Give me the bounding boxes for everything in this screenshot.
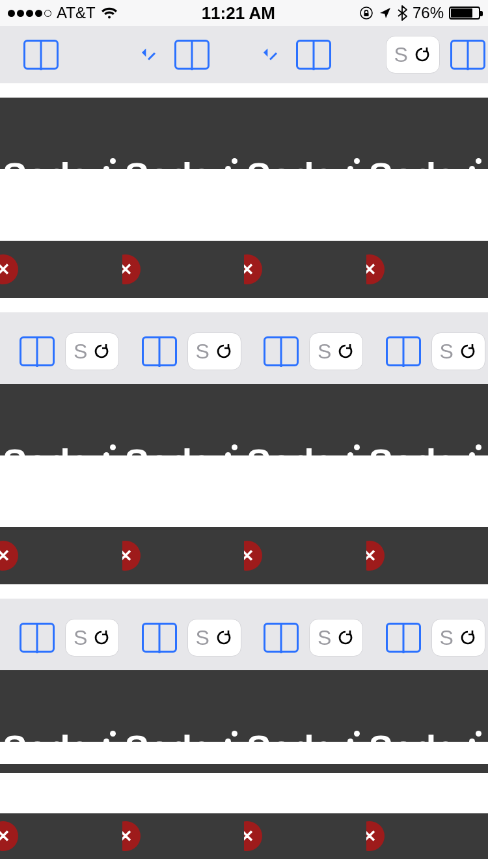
bookmarks-icon[interactable] [142,623,177,653]
close-badge-icon[interactable]: ✕ [0,541,18,571]
tab-thumbnail[interactable]: S [0,599,122,677]
bookmarks-icon[interactable] [20,623,55,653]
svg-rect-1 [364,13,368,16]
close-badge-icon[interactable]: ✕ [122,541,141,571]
tab-thumbnail[interactable]: S [244,312,366,390]
battery-percent: 76% [413,4,444,22]
close-badge-icon[interactable]: ✕ [122,254,141,284]
bookmarks-icon[interactable] [264,623,299,653]
reload-icon[interactable] [459,629,477,647]
signal-strength-icon [8,10,51,17]
reload-icon[interactable] [92,342,111,360]
close-badge-icon[interactable]: ✕ [366,541,385,571]
reload-icon[interactable] [336,342,355,360]
content-strip: ✕ [122,813,245,859]
content-strip: ✕ [366,813,489,859]
address-bar[interactable]: S [65,332,119,370]
content-strip: ✕ [366,527,489,584]
search-hint: S [440,626,454,650]
orientation-lock-icon [359,6,373,20]
address-bar[interactable]: S [431,619,485,657]
bookmarks-icon[interactable] [386,623,421,653]
bookmarks-icon[interactable] [386,336,421,366]
tab-thumbnail[interactable]: S [366,599,489,677]
tab-overview-grid: S S Soda Soda Soda Soda ✕ ✕ ✕ [0,26,488,868]
content-strip: ✕ [122,527,245,584]
location-icon [379,7,392,20]
content-gap [244,742,366,764]
bookmarks-icon[interactable] [450,40,485,70]
reload-icon[interactable] [336,629,355,647]
address-bar[interactable]: S [309,619,363,657]
bookmarks-icon[interactable] [296,40,331,70]
search-hint: S [394,43,408,67]
content-gap [244,455,366,501]
status-clock: 11:21 AM [202,3,275,23]
content-gap [0,455,122,501]
reload-icon[interactable] [92,629,111,647]
open-in-new-icon[interactable] [267,47,282,62]
content-strip: ✕ [244,241,366,298]
close-badge-icon[interactable]: ✕ [366,254,385,284]
wifi-icon [101,7,118,20]
close-badge-icon[interactable]: ✕ [244,541,262,571]
address-bar[interactable]: S [431,332,485,370]
carrier-label: AT&T [57,4,96,22]
close-badge-icon[interactable]: ✕ [244,254,262,284]
bookmarks-icon[interactable] [264,336,299,366]
bookmarks-icon[interactable] [174,40,210,70]
tab-thumbnail[interactable]: S [122,599,245,677]
search-hint: S [74,626,87,650]
reload-icon[interactable] [459,342,477,360]
content-gap [0,742,122,764]
address-bar[interactable]: S [187,619,241,657]
bluetooth-icon [397,5,407,21]
status-right: 76% [359,4,480,22]
ios-status-bar: AT&T 11:21 AM 76% [0,0,488,26]
battery-icon [449,7,480,20]
content-strip: ✕ [122,241,245,298]
bookmarks-icon[interactable] [23,40,59,70]
search-hint: S [318,626,331,650]
content-strip: ✕ [366,241,489,298]
tab-thumbnail[interactable]: S [122,312,245,390]
content-strip: ✕ [0,813,122,859]
content-gap [366,742,489,764]
tab-thumbnail[interactable] [244,26,366,83]
address-bar[interactable]: S [65,619,119,657]
tab-thumbnail[interactable]: S S [366,26,489,83]
tab-thumbnail[interactable]: S [244,599,366,677]
address-bar[interactable]: S [309,332,363,370]
content-strip: ✕ [0,527,122,584]
content-gap [366,169,489,215]
address-bar[interactable]: S [187,332,241,370]
content-gap [122,169,245,215]
tab-thumbnail[interactable] [122,26,245,83]
content-gap [244,169,366,215]
content-gap [0,169,122,215]
search-hint: S [196,340,210,364]
reload-icon[interactable] [413,46,431,64]
open-in-new-icon[interactable] [146,47,160,62]
content-gap [122,742,245,764]
search-hint: S [196,626,210,650]
close-badge-icon[interactable]: ✕ [366,821,385,851]
content-strip: ✕ [244,527,366,584]
close-badge-icon[interactable]: ✕ [122,821,141,851]
bookmarks-icon[interactable] [142,336,177,366]
tab-thumbnail[interactable]: S [366,312,489,390]
bookmarks-icon[interactable] [20,336,55,366]
tab-thumbnail[interactable]: S [0,312,122,390]
status-left: AT&T [8,4,118,22]
search-hint: S [318,340,331,364]
content-strip: ✕ [0,241,122,298]
reload-icon[interactable] [215,342,233,360]
reload-icon[interactable] [215,629,233,647]
content-gap [122,455,245,501]
address-bar[interactable]: S [386,36,440,74]
close-badge-icon[interactable]: ✕ [244,821,262,851]
content-gap [366,455,489,501]
tab-thumbnail[interactable] [0,26,122,83]
close-badge-icon[interactable]: ✕ [0,821,18,851]
close-badge-icon[interactable]: ✕ [0,254,18,284]
